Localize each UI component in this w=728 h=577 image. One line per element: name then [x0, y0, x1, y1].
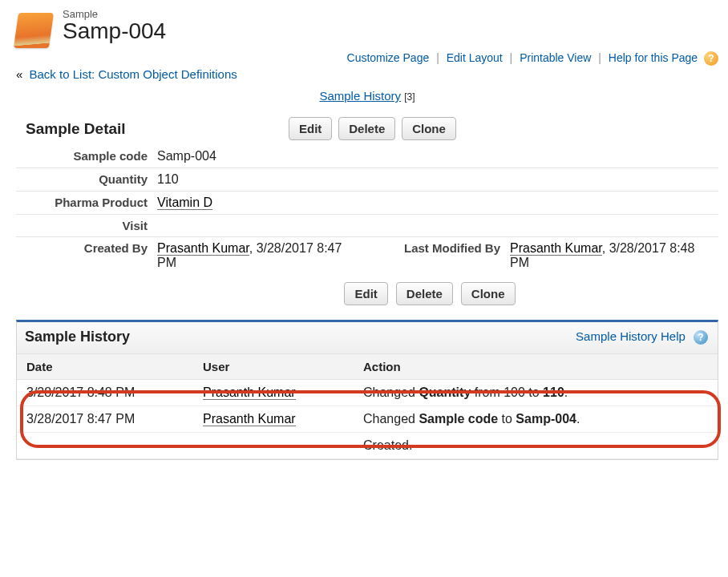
value-visit [152, 215, 369, 237]
table-row: Created. [17, 433, 718, 459]
table-row: 3/28/2017 8:47 PM Prasanth Kumar Changed… [17, 406, 718, 433]
label-quantity: Quantity [16, 168, 152, 192]
label-last-modified-by: Last Modified By [369, 237, 505, 275]
last-modified-by-user-link[interactable]: Prasanth Kumar [510, 241, 602, 256]
value-pharma-product: Vitamin D [152, 192, 369, 215]
value-quantity: 110 [152, 168, 369, 192]
value-last-modified-by: Prasanth Kumar, 3/28/2017 8:48 PM [505, 237, 718, 275]
mini-list-count: [3] [404, 91, 415, 103]
col-header-user: User [193, 354, 354, 380]
help-icon[interactable]: ? [704, 51, 718, 66]
history-title: Sample History [25, 329, 130, 345]
edit-button-bottom[interactable]: Edit [344, 282, 387, 305]
back-to-list-link[interactable]: Back to List: Custom Object Definitions [30, 67, 237, 81]
label-created-by: Created By [16, 237, 152, 275]
clone-button-bottom[interactable]: Clone [461, 282, 516, 305]
mini-list-link[interactable]: Sample History [319, 89, 401, 103]
detail-table: Sample code Samp-004 Quantity 110 Pharma… [16, 145, 718, 274]
help-page-link[interactable]: Help for this Page [609, 51, 698, 64]
page-action-links: Customize Page | Edit Layout | Printable… [16, 51, 718, 66]
record-name: Samp-004 [63, 18, 166, 44]
history-user-link[interactable]: Prasanth Kumar [203, 412, 296, 426]
col-header-date: Date [17, 354, 193, 380]
detail-section-title: Sample Detail [16, 120, 289, 138]
label-visit: Visit [16, 215, 152, 237]
value-created-by: Prasanth Kumar, 3/28/2017 8:47 PM [152, 237, 369, 275]
created-by-user-link[interactable]: Prasanth Kumar [157, 241, 249, 256]
history-user [193, 433, 354, 459]
clone-button[interactable]: Clone [402, 117, 456, 140]
table-row: 3/28/2017 8:48 PM Prasanth Kumar Changed… [17, 380, 718, 406]
customize-page-link[interactable]: Customize Page [347, 51, 430, 64]
history-user-link[interactable]: Prasanth Kumar [203, 385, 296, 400]
history-help-link[interactable]: Sample History Help [576, 329, 686, 343]
history-related-list: Sample History Sample History Help ? Dat… [16, 320, 718, 460]
label-pharma-product: Pharma Product [16, 192, 152, 215]
back-arrow: « [16, 67, 22, 81]
history-date [17, 433, 193, 459]
history-action: Changed Sample code to Samp-004. [354, 406, 718, 433]
edit-layout-link[interactable]: Edit Layout [447, 51, 503, 64]
history-action: Created. [354, 433, 718, 459]
value-sample-code: Samp-004 [152, 145, 369, 168]
edit-button[interactable]: Edit [289, 117, 332, 140]
history-date: 3/28/2017 8:47 PM [17, 406, 193, 433]
delete-button[interactable]: Delete [338, 117, 395, 140]
object-icon [14, 13, 54, 48]
label-sample-code: Sample code [16, 145, 152, 168]
history-action: Changed Quantity from 100 to 110. [354, 380, 718, 406]
history-date: 3/28/2017 8:48 PM [17, 380, 193, 406]
delete-button-bottom[interactable]: Delete [396, 282, 453, 305]
col-header-action: Action [354, 354, 718, 380]
help-icon[interactable]: ? [694, 330, 708, 345]
printable-view-link[interactable]: Printable View [520, 51, 591, 64]
